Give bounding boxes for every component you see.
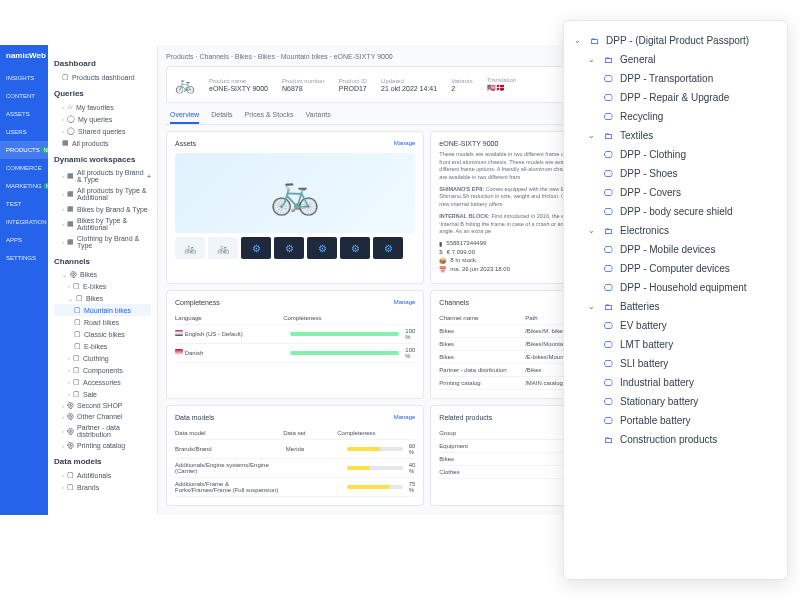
dpp-transportation[interactable]: 🖵DPP - Transportation [574,69,777,88]
sidebar-other-channel[interactable]: ›🞋 Other Channel [54,411,151,422]
stock-icon: 📦 [439,257,446,264]
dpp-portable-battery[interactable]: 🖵Portable battery [574,411,777,430]
tab-variants[interactable]: Variants [306,107,331,124]
product-hero-image[interactable]: 🚲 [175,153,415,233]
folder-icon: 🗀 [602,226,614,236]
nav-insights[interactable]: INSIGHTS [0,69,48,87]
sidebar-my-queries[interactable]: ›◯ My queries [54,113,151,125]
thumb-4[interactable]: ⚙ [274,237,304,259]
tab-overview[interactable]: Overview [170,107,199,124]
nav-test[interactable]: TEST [0,195,48,213]
thumb-2[interactable]: 🚲 [208,237,238,259]
manage-completeness-link[interactable]: Manage [394,299,416,306]
data-model-row[interactable]: Additionals/Frame & Forks/Frames/Frame (… [175,478,415,497]
file-icon: 🖵 [602,416,614,426]
sidebar-brands[interactable]: ›▢ Brands [54,481,151,493]
dpp-industrial-battery[interactable]: 🖵Industrial battery [574,373,777,392]
dpp-body-shield[interactable]: 🖵DPP - body secure shield [574,202,777,221]
sidebar-classic-bikes[interactable]: ▢ Classic bikes [54,328,151,340]
thumb-5[interactable]: ⚙ [307,237,337,259]
file-icon: 🖵 [602,188,614,198]
nav-content[interactable]: CONTENT [0,87,48,105]
dpp-root[interactable]: ⌄🗀DPP - (Digital Product Passport) [574,31,777,50]
dpp-clothing[interactable]: 🖵DPP - Clothing [574,145,777,164]
folder-icon: 🗀 [602,302,614,312]
translation-flags: 🇺🇸🇩🇰 [487,84,516,92]
channels-heading: Channels [54,257,151,266]
file-icon: 🖵 [602,112,614,122]
dpp-covers[interactable]: 🖵DPP - Covers [574,183,777,202]
sidebar-all-brand-type[interactable]: ›▦ All products by Brand & Type + [54,167,151,185]
dpp-textiles[interactable]: ⌄🗀Textiles [574,126,777,145]
tab-prices[interactable]: Prices & Stocks [245,107,294,124]
sidebar-road-bikes[interactable]: ▢ Road bikes [54,316,151,328]
main-content: Products · Channels · Bikes · Bikes · Mo… [158,45,628,515]
sidebar-accessories[interactable]: ›▢ Accessories [54,376,151,388]
sidebar-additionals[interactable]: ›▢ Additionals [54,469,151,481]
sidebar-all-type-add[interactable]: ›▦ All products by Type & Additional [54,185,151,203]
sidebar-components[interactable]: ›▢ Components [54,364,151,376]
breadcrumb[interactable]: Products · Channels · Bikes · Bikes · Mo… [166,53,620,60]
price-icon: $ [439,249,442,255]
nav-assets[interactable]: ASSETS [0,105,48,123]
file-icon: 🖵 [602,207,614,217]
data-model-row[interactable]: Brands/BrandMerida60 % [175,440,415,459]
dpp-recycling[interactable]: 🖵Recycling [574,107,777,126]
assets-card: AssetsManage 🚲 🚲 🚲 ⚙ ⚙ ⚙ ⚙ ⚙ [166,131,424,284]
dpp-electronics[interactable]: ⌄🗀Electronics [574,221,777,240]
dpp-shoes[interactable]: 🖵DPP - Shoes [574,164,777,183]
nav-apps[interactable]: APPS [0,231,48,249]
nav-settings[interactable]: SETTINGS [0,249,48,267]
dpp-repair[interactable]: 🖵DPP - Repair & Upgrade [574,88,777,107]
file-icon: 🖵 [602,264,614,274]
data-model-row[interactable]: Additionals/Engine systems/Engine (Carri… [175,459,415,478]
sidebar-mountain-bikes[interactable]: ▢ Mountain bikes [54,304,151,316]
secondary-sidebar: Dashboard ▢ Products dashboard Queries ›… [48,45,158,515]
nav-users[interactable]: USERS [0,123,48,141]
thumb-3[interactable]: ⚙ [241,237,271,259]
dpp-household[interactable]: 🖵DPP - Household equipment [574,278,777,297]
sidebar-bikes-brand-type[interactable]: ›▦ Bikes by Brand & Type [54,203,151,215]
sidebar-clothing-brand-type[interactable]: ›▦ Clothing by Brand & Type [54,233,151,251]
sidebar-ebikes[interactable]: ›▢ E-bikes [54,280,151,292]
file-icon: 🖵 [602,340,614,350]
sidebar-ebikes2[interactable]: ▢ E-bikes [54,340,151,352]
dpp-stationary-battery[interactable]: 🖵Stationary battery [574,392,777,411]
flag-dk-icon [175,349,183,355]
completeness-row: English (US - Default)100 % [175,325,415,344]
sidebar-printing[interactable]: ›🞋 Printing catalog [54,440,151,451]
sidebar-bikes2[interactable]: ⌄▢ Bikes [54,292,151,304]
workspaces-heading: Dynamic workspaces [54,155,151,164]
nav-products[interactable]: PRODUCTSNEW [0,141,48,159]
thumb-1[interactable]: 🚲 [175,237,205,259]
nav-marketing[interactable]: MARKETINGNEW [0,177,48,195]
dpp-mobile[interactable]: 🖵DPP - Mobile devices [574,240,777,259]
dpp-computer[interactable]: 🖵DPP - Computer devices [574,259,777,278]
dpp-general[interactable]: ⌄🗀General [574,50,777,69]
sidebar-my-favorites[interactable]: ›☆ My favorites [54,101,151,113]
dpp-ev-battery[interactable]: 🖵EV battery [574,316,777,335]
nav-commerce[interactable]: COMMERCE [0,159,48,177]
file-icon: 🖵 [602,150,614,160]
dpp-batteries[interactable]: ⌄🗀Batteries [574,297,777,316]
sidebar-second-shop[interactable]: ›🞋 Second SHOP [54,400,151,411]
sidebar-clothing[interactable]: ›▢ Clothing [54,352,151,364]
sidebar-products-dashboard[interactable]: ▢ Products dashboard [54,71,151,83]
manage-assets-link[interactable]: Manage [394,140,416,147]
thumb-6[interactable]: ⚙ [340,237,370,259]
sidebar-bikes-type-add[interactable]: ›▦ Bikes by Type & Additional [54,215,151,233]
dpp-sli-battery[interactable]: 🖵SLI battery [574,354,777,373]
tab-details[interactable]: Details [211,107,232,124]
sidebar-sale[interactable]: ›▢ Sale [54,388,151,400]
sidebar-partner[interactable]: ›🞋 Partner - data distribution [54,422,151,440]
sidebar-bikes[interactable]: ⌄🞋 Bikes [54,269,151,280]
sidebar-all-products[interactable]: ▦ All products [54,137,151,149]
sidebar-shared-queries[interactable]: ›◯ Shared queries [54,125,151,137]
dpp-lmt-battery[interactable]: 🖵LMT battery [574,335,777,354]
data-models-card: Data modelsManage Data modelData setComp… [166,405,424,506]
thumb-7[interactable]: ⚙ [373,237,403,259]
manage-data-models-link[interactable]: Manage [394,414,416,421]
queries-heading: Queries [54,89,151,98]
nav-integration[interactable]: INTEGRATION [0,213,48,231]
dpp-construction[interactable]: 🗀Construction products [574,430,777,449]
